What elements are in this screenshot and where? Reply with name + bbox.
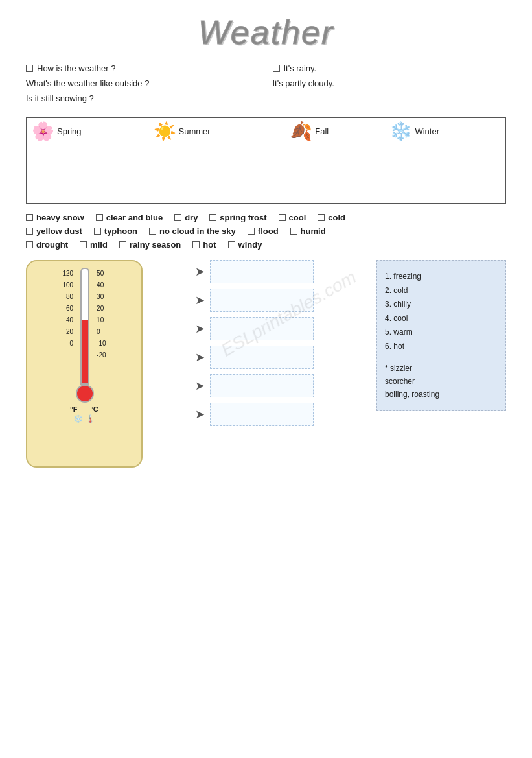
info-item-5: 5. warm [385, 326, 498, 340]
cb-flood[interactable] [248, 228, 255, 235]
arrow-5: ➤ [185, 379, 205, 393]
scale-f-100: 100 [62, 279, 73, 291]
word-clear-blue: clear and blue [96, 213, 163, 222]
cb-clear-blue[interactable] [96, 214, 103, 221]
scale-c-30: 30 [97, 291, 104, 303]
summer-label: Summer [179, 126, 211, 136]
summer-icon: ☀️ [154, 121, 176, 142]
checkbox-q2[interactable] [273, 65, 280, 72]
info-item-4: 4. cool [385, 312, 498, 326]
info-item-6: 6. hot [385, 340, 498, 354]
arrow-row-2: ➤ [185, 289, 366, 312]
scale-c--20: -20 [97, 349, 106, 361]
info-item-1: 1. freezing [385, 270, 498, 284]
question-5: Is it still snowing ? [26, 93, 260, 103]
word-drought: drought [26, 240, 68, 250]
thermo-scales: 120 100 80 60 40 20 0 50 40 30 20 10 0 [62, 268, 106, 403]
question-2: It's rainy. [273, 64, 507, 73]
scale-c-20: 20 [97, 303, 104, 314]
seasons-header-row: 🌸 Spring ☀️ Summer 🍂 Fall ❄️ Winter [27, 118, 506, 145]
spring-icon: 🌸 [32, 121, 54, 142]
arrow-2: ➤ [185, 293, 205, 307]
word-cold: cold [318, 213, 345, 222]
temp-input-5[interactable] [210, 374, 314, 397]
cb-windy[interactable] [228, 241, 235, 248]
cb-cool[interactable] [279, 214, 286, 221]
seasons-body-row [27, 145, 506, 204]
scale-f-20: 20 [66, 326, 73, 338]
f-label: °F [70, 405, 77, 413]
cb-mild[interactable] [80, 241, 87, 248]
summer-body [148, 145, 284, 204]
cb-dry[interactable] [174, 214, 181, 221]
temp-input-1[interactable] [210, 260, 314, 283]
arrow-1: ➤ [185, 265, 205, 279]
cb-yellow-dust[interactable] [26, 228, 33, 235]
page-title: Weather [198, 14, 334, 51]
scale-f-0: 0 [70, 338, 74, 349]
spring-label: Spring [57, 126, 82, 136]
word-yellow-dust: yellow dust [26, 226, 82, 236]
thermo-bulb [76, 385, 94, 403]
fall-label: Fall [315, 126, 329, 136]
question-3-text: What's the weather like outside ? [26, 78, 149, 88]
weather-row-2: yellow dust typhoon no cloud in the sky … [26, 226, 506, 236]
temp-input-4[interactable] [210, 346, 314, 369]
scale-f-40: 40 [66, 314, 73, 326]
word-cool: cool [279, 213, 306, 222]
word-windy: windy [228, 240, 262, 250]
scale-f: 120 100 80 60 40 20 0 [62, 268, 73, 349]
word-no-cloud: no cloud in the sky [149, 226, 236, 236]
info-item-2: 2. cold [385, 284, 498, 298]
arrow-4: ➤ [185, 350, 205, 364]
question-3: What's the weather like outside ? [26, 78, 260, 88]
info-scorcher: scorcher [385, 375, 498, 388]
word-typhoon: typhoon [94, 226, 137, 236]
question-4-text: It's partly cloudy. [273, 78, 334, 88]
cb-hot[interactable] [192, 241, 200, 248]
word-heavy-snow: heavy snow [26, 213, 84, 222]
cb-rainy-season[interactable] [119, 241, 126, 248]
scale-c: 50 40 30 20 10 0 -10 -20 [97, 268, 106, 361]
cb-typhoon[interactable] [94, 228, 101, 235]
thermometer: 120 100 80 60 40 20 0 50 40 30 20 10 0 [26, 260, 143, 468]
arrow-row-6: ➤ [185, 403, 366, 426]
winter-label: Winter [415, 126, 439, 136]
season-spring-header: 🌸 Spring [27, 118, 148, 145]
fall-body [284, 145, 384, 204]
info-boiling: boiling, roasting [385, 388, 498, 401]
cb-drought[interactable] [26, 241, 33, 248]
question-5-text: Is it still snowing ? [26, 93, 94, 103]
info-box: 1. freezing 2. cold 3. chilly 4. cool 5.… [376, 260, 506, 411]
questions-section: How is the weather ? It's rainy. What's … [26, 64, 506, 106]
cb-cold[interactable] [318, 214, 325, 221]
arrow-row-1: ➤ [185, 260, 366, 283]
thermo-snowflake-icon: ❄️ 🌡️ [73, 414, 95, 423]
scale-f-80: 80 [66, 291, 73, 303]
arrow-6: ➤ [185, 407, 205, 421]
question-4: It's partly cloudy. [273, 78, 507, 88]
scale-f-60: 60 [66, 303, 73, 314]
temp-input-3[interactable] [210, 317, 314, 340]
thermo-tube [80, 268, 89, 385]
word-humid: humid [290, 226, 326, 236]
question-1: How is the weather ? [26, 64, 260, 73]
cb-no-cloud[interactable] [149, 228, 156, 235]
word-rainy-season: rainy season [119, 240, 181, 250]
weather-row-1: heavy snow clear and blue dry spring fro… [26, 213, 506, 222]
cb-humid[interactable] [290, 228, 297, 235]
arrow-row-5: ➤ [185, 374, 366, 397]
cb-spring-frost[interactable] [209, 214, 216, 221]
spring-body [27, 145, 148, 204]
thermo-labels: °F °C [70, 405, 98, 413]
seasons-table: 🌸 Spring ☀️ Summer 🍂 Fall ❄️ Winter [26, 117, 506, 204]
temp-input-6[interactable] [210, 403, 314, 426]
arrow-row-4: ➤ [185, 346, 366, 369]
cb-heavy-snow[interactable] [26, 214, 33, 221]
checkbox-q1[interactable] [26, 65, 33, 72]
scale-c-0: 0 [97, 326, 100, 338]
arrow-3: ➤ [185, 322, 205, 336]
temp-input-2[interactable] [210, 289, 314, 312]
word-hot: hot [192, 240, 216, 250]
season-summer-header: ☀️ Summer [148, 118, 284, 145]
